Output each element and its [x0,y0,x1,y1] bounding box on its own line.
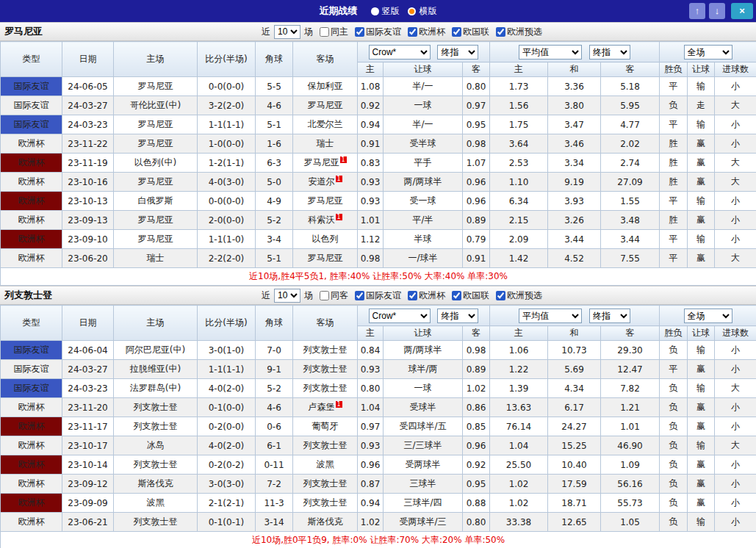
away-team[interactable]: 列支敦士登 [293,494,358,513]
away-team[interactable]: 葡萄牙 [293,417,358,436]
move-down-button[interactable]: ↓ [709,3,725,19]
away-team[interactable]: 列支敦士登 [293,379,358,398]
league-checkbox[interactable] [408,291,417,300]
result-handicap: 赢 [688,417,715,436]
move-up-button[interactable]: ↑ [689,3,705,19]
league-filter-qualifiers[interactable]: 欧洲预选 [496,26,542,38]
away-team[interactable]: 罗马尼亚 [293,96,358,115]
odds-away: 1.02 [463,379,490,398]
match-row: 欧洲杯 23-10-17 冰岛 4-0(2-0) 6-1 列支敦士登 0.93 … [1,436,756,455]
avg-odds-away: 27.09 [601,173,660,192]
league-checkbox[interactable] [452,27,461,37]
col-date: 日期 [62,306,114,341]
close-icon[interactable]: × [731,3,753,19]
home-team[interactable]: 冰岛 [114,436,198,455]
home-team[interactable]: 斯洛伐克 [114,475,198,494]
avg-source-select[interactable]: 平均值 [519,309,582,323]
home-team[interactable]: 法罗群岛(中) [114,379,198,398]
home-team[interactable]: 罗马尼亚 [114,230,198,249]
home-team[interactable]: 罗马尼亚 [114,115,198,134]
league-filter-eurocup[interactable]: 欧洲杯 [408,26,445,38]
result-handicap: 赢 [688,475,715,494]
home-team[interactable]: 罗马尼亚 [114,77,198,96]
home-team[interactable]: 罗马尼亚 [114,134,198,154]
away-team[interactable]: 列支敦士登 [293,360,358,379]
home-team[interactable]: 罗马尼亚 [114,173,198,192]
away-team[interactable]: 瑞士 [293,134,358,154]
avg-odds-away: 1.21 [601,398,660,417]
radio-horizontal-layout[interactable]: 横版 [408,5,436,18]
same-venue-filter[interactable]: 同客 [320,289,348,302]
home-team[interactable]: 阿尔巴尼亚(中) [114,341,198,360]
away-team[interactable]: 列支敦士登 [293,475,358,494]
away-team[interactable]: 安道尔1 [293,173,358,192]
match-count-select[interactable]: 10 [274,289,300,303]
away-team[interactable]: 北爱尔兰 [293,115,358,134]
avg-odds-home: 25.50 [490,455,548,475]
avg-odds-home: 2.53 [490,154,548,173]
match-row: 欧洲杯 23-10-13 白俄罗斯 0-0(0-0) 4-9 罗马尼亚 0.93… [1,192,756,211]
col-handicap: 让球 [384,326,463,341]
home-team[interactable]: 列支敦士登 [114,455,198,475]
home-team[interactable]: 拉脱维亚(中) [114,360,198,379]
away-team[interactable]: 科索沃1 [293,211,358,230]
away-team[interactable]: 罗马尼亚 [293,192,358,211]
avg-stage-select[interactable]: 终指 [589,45,630,60]
home-team[interactable]: 罗马尼亚 [114,211,198,230]
avg-source-select[interactable]: 平均值 [519,45,582,60]
result-wdl: 平 [660,115,688,134]
result-goals: 小 [715,192,756,211]
section-header: 罗马尼亚 近 10 场 同主 国际友谊 欧洲杯 [0,22,756,41]
scope-select[interactable]: 全场 [684,45,732,60]
league-filter-nations[interactable]: 欧国联 [452,289,489,302]
league-checkbox[interactable] [355,27,364,37]
col-home-odds: 主 [358,62,384,77]
avg-stage-select[interactable]: 终指 [589,309,630,323]
league-filter-qualifiers[interactable]: 欧洲预选 [496,289,542,302]
home-team[interactable]: 哥伦比亚(中) [114,96,198,115]
odds-source-select[interactable]: Crow* [369,45,431,60]
same-venue-filter[interactable]: 同主 [320,26,348,38]
same-venue-checkbox[interactable] [320,27,329,37]
avg-odds-away: 4.77 [601,115,660,134]
odds-away: 0.89 [463,360,490,379]
away-team[interactable]: 波黑 [293,455,358,475]
league-checkbox[interactable] [496,27,505,37]
away-team[interactable]: 以色列 [293,230,358,249]
league-checkbox[interactable] [452,291,461,300]
match-count-select[interactable]: 10 [274,25,300,39]
odds-stage-select[interactable]: 终指 [437,45,478,60]
col-score: 比分(半场) [198,306,256,341]
odds-source-select[interactable]: Crow* [369,309,431,323]
league-filter-nations[interactable]: 欧国联 [452,26,489,38]
league-checkbox[interactable] [496,291,505,300]
scope-select[interactable]: 全场 [684,309,732,323]
home-team[interactable]: 波黑 [114,494,198,513]
away-team[interactable]: 卢森堡1 [293,398,358,417]
team-name: 罗马尼亚 [4,25,43,38]
home-team[interactable]: 瑞士 [114,249,198,268]
home-team[interactable]: 以色列(中) [114,154,198,173]
away-team[interactable]: 罗马尼亚1 [293,154,358,173]
league-filter-friendly[interactable]: 国际友谊 [355,26,401,38]
match-date: 23-11-17 [62,417,114,436]
same-venue-checkbox[interactable] [320,291,329,300]
league-filter-eurocup[interactable]: 欧洲杯 [408,289,445,302]
league-checkbox[interactable] [355,291,364,300]
home-team[interactable]: 列支敦士登 [114,398,198,417]
radio-vertical-layout[interactable]: 竖版 [371,5,400,18]
score: 0-0(0-0) [198,192,256,211]
home-team[interactable]: 列支敦士登 [114,513,198,532]
odds-stage-select[interactable]: 终指 [437,309,478,323]
away-team[interactable]: 罗马尼亚 [293,249,358,268]
away-team[interactable]: 保加利亚 [293,77,358,96]
league-filter-friendly[interactable]: 国际友谊 [355,289,401,302]
away-team[interactable]: 列支敦士登 [293,436,358,455]
result-goals: 大 [715,96,756,115]
league-checkbox[interactable] [408,27,417,37]
avg-odds-away: 2.02 [601,134,660,154]
away-team[interactable]: 斯洛伐克 [293,513,358,532]
home-team[interactable]: 白俄罗斯 [114,192,198,211]
away-team[interactable]: 列支敦士登 [293,341,358,360]
home-team[interactable]: 列支敦士登 [114,417,198,436]
